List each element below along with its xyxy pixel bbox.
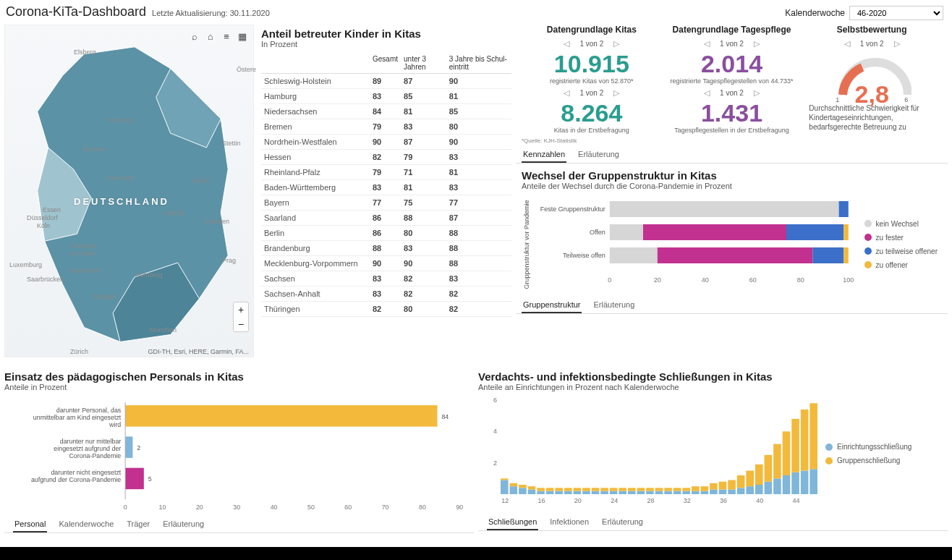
svg-rect-88 bbox=[655, 488, 663, 491]
svg-text:100: 100 bbox=[843, 276, 854, 284]
table-row[interactable]: Schleswig-Holstein898790 bbox=[261, 74, 511, 89]
tab-erlaeuterung-3[interactable]: Erläuterung bbox=[161, 517, 205, 533]
svg-rect-62 bbox=[555, 491, 563, 494]
table-title: Anteil betreuter Kinder in Kitas bbox=[261, 27, 511, 40]
tab-personal[interactable]: Personal bbox=[13, 517, 47, 533]
svg-text:60: 60 bbox=[344, 504, 352, 511]
svg-rect-91 bbox=[673, 491, 681, 494]
personal-subtitle: Anteile in Prozent bbox=[4, 383, 474, 396]
pager-text: 1 von 2 bbox=[579, 89, 603, 97]
tab-gruppenstruktur[interactable]: Gruppenstruktur bbox=[522, 297, 582, 313]
svg-rect-100 bbox=[710, 490, 718, 495]
svg-rect-67 bbox=[574, 488, 582, 491]
svg-rect-51 bbox=[510, 486, 518, 494]
next-icon[interactable]: ▷ bbox=[613, 39, 619, 48]
svg-text:44: 44 bbox=[793, 497, 800, 504]
kpi-number: 2.014 bbox=[665, 51, 799, 76]
table-row[interactable]: Berlin868088 bbox=[261, 226, 511, 241]
next-icon[interactable]: ▷ bbox=[894, 39, 900, 48]
tab-erlaeuterung[interactable]: Erläuterung bbox=[577, 147, 621, 163]
closures-legend: EinrichtungsschließungGruppenschließung bbox=[825, 396, 916, 512]
zoom-out-button[interactable]: − bbox=[234, 317, 248, 331]
kpi-subtitle: registrierte Kitas von 52.870* bbox=[524, 77, 659, 85]
pager-text: 1 von 2 bbox=[579, 40, 603, 48]
table-row[interactable]: Bremen798380 bbox=[261, 119, 511, 135]
next-icon[interactable]: ▷ bbox=[754, 39, 760, 48]
kpi-column: Datengrundlage Tagespflege◁1 von 2▷2.014… bbox=[662, 25, 802, 135]
table-row[interactable]: Bayern777577 bbox=[261, 195, 511, 211]
list-icon[interactable]: ≡ bbox=[220, 30, 233, 43]
map-attribution: GDI-TH, Esri, HERE, Garmin, FA... bbox=[148, 348, 249, 355]
svg-rect-99 bbox=[701, 486, 709, 491]
svg-text:Corona-Pandemie: Corona-Pandemie bbox=[69, 452, 121, 459]
svg-rect-2 bbox=[610, 201, 839, 217]
grid-icon[interactable]: ▦ bbox=[236, 30, 249, 43]
city-label: Mannheim bbox=[70, 267, 101, 274]
week-select[interactable]: 46-2020 bbox=[849, 6, 943, 20]
city-label: Stettin bbox=[222, 140, 241, 147]
map-panel[interactable]: ⌕ ⌂ ≡ ▦ DEUTSCHLAND Elsberg Hamburg Brem… bbox=[4, 25, 254, 357]
gauge-value: 2,8 bbox=[804, 82, 939, 106]
svg-rect-10 bbox=[610, 247, 658, 263]
city-label: Leipzig bbox=[164, 209, 185, 216]
table-row[interactable]: Sachsen-Anhalt838282 bbox=[261, 287, 511, 302]
svg-rect-119 bbox=[783, 431, 791, 475]
svg-rect-55 bbox=[528, 490, 536, 495]
table-row[interactable]: Sachsen838283 bbox=[261, 271, 511, 287]
svg-rect-73 bbox=[600, 491, 608, 494]
tab-schliessungen[interactable]: Schließungen bbox=[487, 514, 538, 530]
city-label: Nürnberg bbox=[135, 271, 163, 279]
table-row[interactable]: Brandenburg888388 bbox=[261, 241, 511, 256]
svg-text:0: 0 bbox=[608, 276, 611, 284]
prev-icon[interactable]: ◁ bbox=[564, 88, 569, 98]
svg-text:10: 10 bbox=[159, 504, 166, 511]
kpi-column: Datengrundlage Kitas◁1 von 2▷10.915regis… bbox=[522, 25, 662, 135]
prev-icon[interactable]: ◁ bbox=[844, 39, 850, 48]
svg-rect-82 bbox=[637, 491, 645, 494]
table-row[interactable]: Hamburg838581 bbox=[261, 89, 511, 104]
table-row[interactable]: Thüringen828082 bbox=[261, 302, 511, 317]
city-label: Hannover bbox=[106, 174, 135, 182]
pager-text: 1 von 2 bbox=[720, 89, 744, 97]
closures-chart: 246121620242832364044 bbox=[478, 396, 825, 512]
zoom-in-button[interactable]: + bbox=[234, 302, 248, 317]
closures-title: Verdachts- und infektionsbedingte Schlie… bbox=[478, 365, 948, 383]
prev-icon[interactable]: ◁ bbox=[704, 88, 710, 98]
svg-text:5: 5 bbox=[148, 475, 152, 483]
germany-map bbox=[5, 25, 253, 356]
svg-rect-109 bbox=[746, 486, 754, 494]
table-row[interactable]: Saarland868887 bbox=[261, 211, 511, 226]
svg-rect-71 bbox=[592, 491, 600, 494]
svg-rect-110 bbox=[746, 471, 754, 487]
next-icon[interactable]: ▷ bbox=[754, 88, 760, 98]
tab-erlaeuterung-2[interactable]: Erläuterung bbox=[592, 297, 636, 313]
country-label: DEUTSCHLAND bbox=[74, 196, 169, 207]
svg-rect-112 bbox=[755, 464, 763, 485]
tab-erlaeuterung-4[interactable]: Erläuterung bbox=[600, 514, 645, 530]
svg-rect-78 bbox=[619, 491, 626, 494]
svg-rect-13 bbox=[843, 247, 849, 263]
home-icon[interactable]: ⌂ bbox=[204, 30, 217, 43]
svg-rect-118 bbox=[783, 475, 791, 494]
next-icon[interactable]: ▷ bbox=[613, 88, 619, 98]
svg-rect-84 bbox=[646, 491, 654, 494]
tab-infektionen[interactable]: Infektionen bbox=[548, 514, 590, 530]
prev-icon[interactable]: ◁ bbox=[704, 39, 710, 48]
search-icon[interactable]: ⌕ bbox=[188, 30, 201, 43]
tab-kennzahlen[interactable]: Kennzahlen bbox=[522, 147, 566, 163]
tab-traeger[interactable]: Träger bbox=[125, 517, 151, 533]
week-label: Kalenderwoche bbox=[785, 8, 845, 18]
svg-text:60: 60 bbox=[749, 276, 757, 284]
table-row[interactable]: Mecklenburg-Vorpommern909088 bbox=[261, 256, 511, 271]
table-row[interactable]: Rheinland-Pfalz797181 bbox=[261, 165, 511, 180]
table-row[interactable]: Niedersachsen848185 bbox=[261, 104, 511, 119]
table-header: Gesamt bbox=[370, 53, 401, 74]
table-row[interactable]: Hessen827983 bbox=[261, 150, 511, 165]
table-row[interactable]: Baden-Württemberg838183 bbox=[261, 180, 511, 195]
tab-kalenderwoche[interactable]: Kalenderwoche bbox=[57, 517, 115, 533]
table-row[interactable]: Nordrhein-Westfalen908790 bbox=[261, 135, 511, 150]
svg-rect-115 bbox=[765, 455, 773, 482]
prev-icon[interactable]: ◁ bbox=[564, 39, 569, 48]
svg-text:Offen: Offen bbox=[590, 229, 605, 236]
svg-rect-94 bbox=[682, 488, 690, 491]
